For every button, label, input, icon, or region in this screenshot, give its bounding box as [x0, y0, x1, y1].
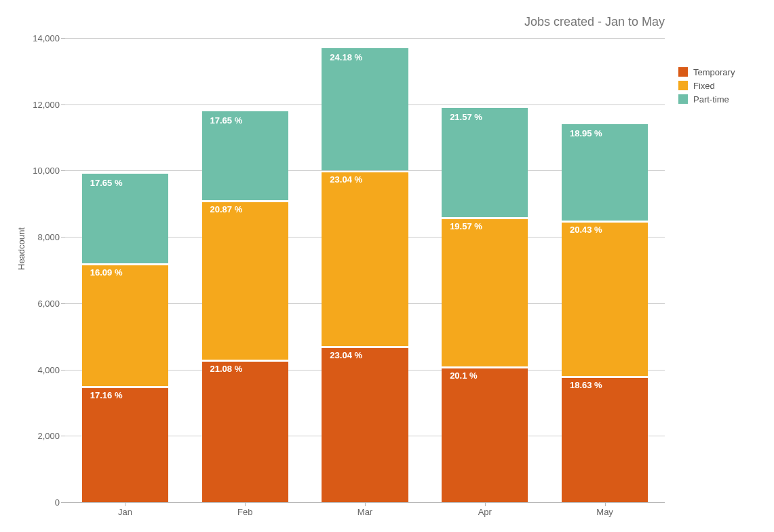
bar-segment-temporary: 18.63 %	[562, 376, 648, 502]
stacked-bar-chart: Jobs created - Jan to May Headcount 02,0…	[0, 0, 774, 532]
legend-item-temporary: Temporary	[678, 65, 735, 79]
x-tick-mark	[365, 502, 366, 506]
bar-segment-part-time: 18.95 %	[562, 124, 648, 221]
bar-segment-label: 17.16 %	[90, 390, 123, 400]
x-tick-label: Mar	[357, 507, 372, 517]
legend-item-parttime: Part-time	[678, 92, 735, 106]
bar-segment-label: 23.04 %	[330, 174, 362, 185]
bar-segment-label: 18.63 %	[570, 380, 602, 390]
bar-group: 17.16 %16.09 %17.65 %	[82, 174, 168, 502]
legend-label-fixed: Fixed	[693, 81, 715, 91]
y-tick-label: 4,000	[24, 364, 60, 375]
gridline	[65, 38, 665, 39]
y-tick-label: 2,000	[24, 431, 60, 441]
legend-swatch-parttime	[678, 94, 688, 104]
y-tick-mark	[61, 502, 65, 503]
bar-segment-fixed: 20.43 %	[562, 221, 648, 377]
bar-segment-label: 19.57 %	[450, 221, 482, 231]
bar-segment-fixed: 19.57 %	[442, 217, 528, 366]
bar-segment-label: 20.43 %	[570, 225, 602, 235]
y-tick-label: 0	[24, 497, 60, 508]
bar-segment-label: 20.87 %	[210, 204, 243, 214]
y-tick-mark	[61, 38, 65, 39]
x-tick-label: Jan	[118, 507, 132, 517]
x-tick-mark	[485, 502, 486, 506]
bar-group: 20.1 %19.57 %21.57 %	[442, 108, 528, 502]
bar-segment-temporary: 23.04 %	[322, 346, 408, 502]
bar-segment-part-time: 17.65 %	[202, 111, 288, 201]
bar-segment-label: 17.65 %	[210, 115, 243, 126]
y-tick-label: 8,000	[24, 232, 60, 242]
y-tick-label: 10,000	[24, 166, 60, 176]
legend-swatch-fixed	[678, 81, 688, 90]
x-tick-label: Apr	[478, 507, 492, 517]
bar-segment-fixed: 20.87 %	[202, 200, 288, 360]
y-tick-mark	[61, 170, 65, 171]
x-tick-mark	[245, 502, 246, 506]
bar-group: 23.04 %23.04 %24.18 %	[322, 48, 408, 502]
bar-segment-temporary: 21.08 %	[202, 360, 288, 502]
bar-segment-fixed: 16.09 %	[82, 263, 168, 386]
bar-segment-part-time: 21.57 %	[442, 108, 528, 217]
legend-label-temporary: Temporary	[693, 67, 735, 77]
bar-segment-fixed: 23.04 %	[322, 170, 408, 346]
y-tick-mark	[61, 237, 65, 238]
y-tick-label: 6,000	[24, 298, 60, 308]
bar-segment-part-time: 17.65 %	[82, 174, 168, 263]
x-tick-label: May	[596, 507, 613, 517]
y-tick-mark	[61, 436, 65, 436]
y-tick-label: 14,000	[24, 33, 60, 43]
y-tick-label: 12,000	[24, 99, 60, 109]
bar-segment-part-time: 24.18 %	[322, 48, 408, 171]
bar-segment-label: 23.04 %	[330, 350, 362, 360]
legend-label-parttime: Part-time	[693, 94, 729, 104]
x-tick-mark	[605, 502, 606, 506]
legend-item-fixed: Fixed	[678, 79, 735, 92]
y-tick-mark	[61, 303, 65, 304]
y-tick-mark	[61, 104, 65, 105]
bar-segment-label: 20.1 %	[450, 370, 477, 381]
bar-segment-label: 24.18 %	[330, 52, 362, 62]
bar-segment-temporary: 20.1 %	[442, 366, 528, 502]
legend-swatch-temporary	[678, 67, 688, 77]
bar-segment-label: 18.95 %	[570, 128, 602, 138]
x-tick-mark	[125, 502, 125, 506]
bar-segment-label: 17.65 %	[90, 178, 123, 188]
plot-area: 02,0004,0006,0008,00010,00012,00014,000J…	[65, 38, 665, 503]
bar-group: 21.08 %20.87 %17.65 %	[202, 111, 288, 503]
bar-segment-temporary: 17.16 %	[82, 386, 168, 502]
bar-segment-label: 16.09 %	[90, 267, 123, 278]
legend: Temporary Fixed Part-time	[678, 65, 735, 106]
chart-title: Jobs created - Jan to May	[0, 15, 665, 29]
x-tick-label: Feb	[237, 507, 252, 517]
bar-group: 18.63 %20.43 %18.95 %	[562, 124, 648, 502]
bar-segment-label: 21.57 %	[450, 112, 482, 122]
y-tick-mark	[61, 370, 65, 370]
bar-segment-label: 21.08 %	[210, 364, 243, 374]
